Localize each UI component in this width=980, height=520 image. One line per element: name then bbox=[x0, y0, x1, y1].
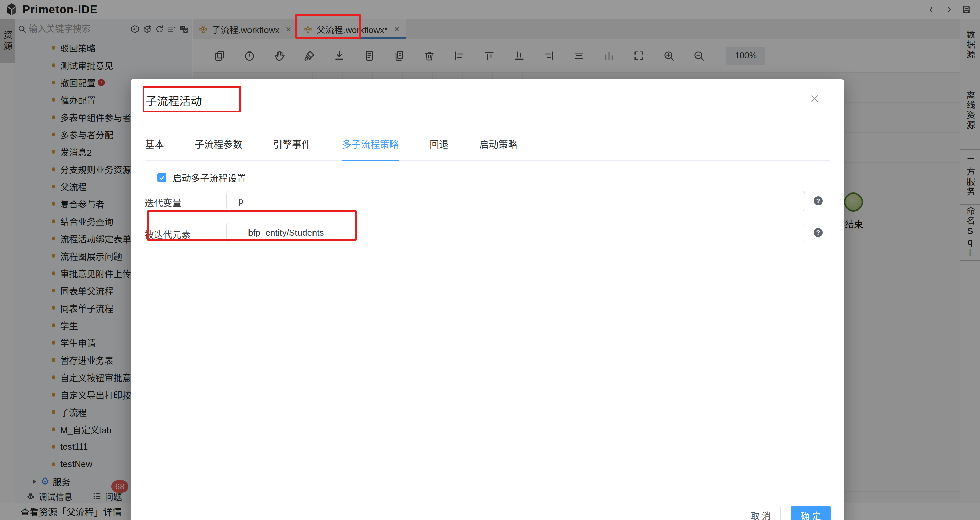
checkbox-checked-icon[interactable] bbox=[157, 173, 167, 182]
dialog-tab-label: 基本 bbox=[145, 140, 164, 150]
dialog-tab[interactable]: 基本 bbox=[145, 137, 164, 160]
checkbox-label: 启动多子流程设置 bbox=[173, 171, 246, 184]
dialog-tab-label: 多子流程策略 bbox=[342, 140, 399, 150]
ok-button[interactable]: 确 定 bbox=[791, 506, 831, 520]
dialog-tab-label: 引擎事件 bbox=[273, 140, 311, 150]
dialog-tab-label: 回退 bbox=[430, 140, 449, 150]
dialog-tabs: 基本 子流程参数 引擎事件 多子流程策略 回退 启 bbox=[145, 137, 830, 161]
dialog-tab-label: 子流程参数 bbox=[195, 140, 242, 150]
dialog-tab-label: 启动策略 bbox=[479, 140, 517, 150]
dialog-tab[interactable]: 子流程参数 bbox=[195, 137, 242, 160]
iterated-element-label: 被迭代元素 bbox=[145, 228, 191, 241]
subprocess-activity-dialog: 子流程活动 基本 子流程参数 引擎事件 多子流程策略 bbox=[131, 79, 844, 520]
multi-subprocess-checkbox-row: 启动多子流程设置 bbox=[157, 171, 246, 184]
iteration-variable-label: 迭代变量 bbox=[145, 196, 181, 209]
dialog-tab[interactable]: 多子流程策略 bbox=[342, 137, 399, 161]
cancel-button[interactable]: 取 消 bbox=[741, 506, 781, 520]
iterated-element-input[interactable] bbox=[226, 223, 805, 243]
dialog-tab[interactable]: 回退 bbox=[430, 137, 449, 160]
dialog-title: 子流程活动 bbox=[146, 92, 202, 108]
close-icon[interactable] bbox=[809, 93, 820, 105]
iteration-variable-input[interactable] bbox=[226, 191, 805, 211]
help-icon[interactable]: ? bbox=[813, 196, 823, 205]
dialog-tab[interactable]: 引擎事件 bbox=[273, 137, 311, 160]
help-icon[interactable]: ? bbox=[813, 228, 823, 237]
dialog-tab[interactable]: 启动策略 bbox=[479, 137, 517, 160]
screen: Primeton-IDE 资源 AI bbox=[0, 0, 980, 520]
